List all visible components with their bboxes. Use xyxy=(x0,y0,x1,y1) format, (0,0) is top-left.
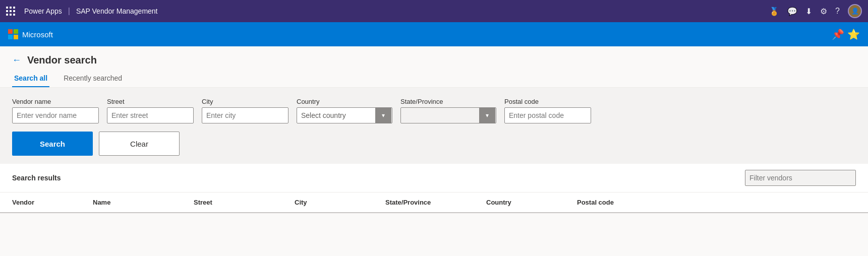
page-header: ← Vendor search xyxy=(0,46,868,70)
grid-dot xyxy=(6,14,8,16)
microsoft-brand-bar: Microsoft 📌 ⭐ xyxy=(0,22,868,46)
clear-button[interactable]: Clear xyxy=(99,132,180,156)
street-label: Street xyxy=(107,98,194,105)
filter-vendors-input[interactable] xyxy=(745,170,856,186)
user-avatar[interactable]: 👤 xyxy=(848,4,862,18)
column-header-state: State/Province xyxy=(385,197,486,208)
results-area: Search results Vendor Name Street City S… xyxy=(0,164,868,213)
column-header-street: Street xyxy=(194,197,295,208)
settings-icon[interactable]: ⚙ xyxy=(820,7,827,16)
grid-dot xyxy=(6,10,8,12)
download-icon[interactable]: ⬇ xyxy=(805,7,812,16)
column-header-city: City xyxy=(295,197,385,208)
ms-square-yellow xyxy=(14,35,18,39)
state-label: State/Province xyxy=(400,98,496,105)
search-form-row: Vendor name Street City Country Select c… xyxy=(12,98,856,123)
country-field: Country Select country ▾ xyxy=(297,98,392,123)
ms-bar-pin-area: 📌 ⭐ xyxy=(832,28,860,40)
street-field: Street xyxy=(107,98,194,123)
grid-dot xyxy=(13,7,15,9)
powerapps-label: Power Apps xyxy=(24,7,62,15)
column-header-vendor: Vendor xyxy=(12,197,93,208)
module-title: SAP Vendor Management xyxy=(76,7,158,15)
microsoft-brand-text: Microsoft xyxy=(22,30,53,39)
nav-separator: | xyxy=(68,7,70,16)
tab-bar: Search all Recently searched xyxy=(0,70,868,88)
column-header-postal: Postal code xyxy=(577,197,658,208)
state-field: State/Province ▾ xyxy=(400,98,496,123)
app-grid-menu[interactable] xyxy=(6,7,16,16)
street-input[interactable] xyxy=(107,107,194,123)
ms-square-blue xyxy=(8,35,13,39)
chat-icon[interactable]: 💬 xyxy=(787,7,797,16)
badge-icon[interactable]: 🏅 xyxy=(769,7,779,16)
grid-dot xyxy=(10,7,12,9)
top-bar-action-icons: 🏅 💬 ⬇ ⚙ ? 👤 xyxy=(769,4,862,18)
vendor-name-input[interactable] xyxy=(12,107,99,123)
column-header-country: Country xyxy=(486,197,577,208)
form-buttons-row: Search Clear xyxy=(12,132,856,156)
country-label: Country xyxy=(297,98,392,105)
main-content-area: ← Vendor search Search all Recently sear… xyxy=(0,46,868,256)
grid-dot xyxy=(10,14,12,16)
column-header-name: Name xyxy=(93,197,194,208)
back-button[interactable]: ← xyxy=(12,55,21,66)
microsoft-logo-squares xyxy=(8,29,18,39)
postal-code-field: Postal code xyxy=(504,98,591,123)
help-icon[interactable]: ? xyxy=(835,7,840,16)
ms-square-red xyxy=(8,29,13,34)
vendor-name-label: Vendor name xyxy=(12,98,99,105)
grid-dot xyxy=(13,14,15,16)
page-title: Vendor search xyxy=(27,54,97,66)
vendor-name-field: Vendor name xyxy=(12,98,99,123)
tab-recently-searched[interactable]: Recently searched xyxy=(62,70,124,87)
results-title: Search results xyxy=(12,174,61,182)
search-form-area: Vendor name Street City Country Select c… xyxy=(0,88,868,164)
results-header: Search results xyxy=(0,164,868,193)
tab-search-all[interactable]: Search all xyxy=(12,70,49,87)
city-label: City xyxy=(202,98,288,105)
top-navigation-bar: Power Apps | SAP Vendor Management 🏅 💬 ⬇… xyxy=(0,0,868,22)
postal-code-input[interactable] xyxy=(504,107,591,123)
grid-dot xyxy=(6,7,8,9)
grid-dot xyxy=(13,10,15,12)
microsoft-logo: Microsoft xyxy=(8,29,53,39)
city-field: City xyxy=(202,98,288,123)
country-select[interactable]: Select country xyxy=(297,107,392,123)
ms-square-green xyxy=(14,29,18,34)
city-input[interactable] xyxy=(202,107,288,123)
pin-icon[interactable]: 📌 xyxy=(832,28,844,40)
grid-dot xyxy=(10,10,12,12)
postal-code-label: Postal code xyxy=(504,98,591,105)
state-select[interactable] xyxy=(400,107,496,123)
table-header-row: Vendor Name Street City State/Province C… xyxy=(0,193,868,213)
star-icon[interactable]: ⭐ xyxy=(847,28,860,40)
search-button[interactable]: Search xyxy=(12,132,93,156)
